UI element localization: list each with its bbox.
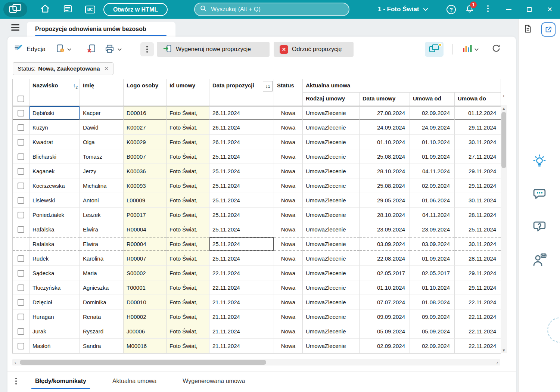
cell-data-propozycji[interactable]: 25.11.2024 (209, 237, 274, 251)
cell-umowa-do[interactable]: 29.11.2024 (455, 280, 501, 295)
cell-data-propozycji[interactable]: 26.11.2024 (209, 135, 274, 149)
header-logo-osoby[interactable]: Logo osoby (124, 79, 167, 106)
cell-id-umowy[interactable]: Foto Świat, (167, 193, 209, 208)
cell-status[interactable]: Nowa (274, 208, 303, 222)
cell-imie[interactable]: Ryszard (80, 324, 124, 339)
cell-logo[interactable]: K00027 (124, 120, 167, 135)
cell-imie[interactable]: Antoni (80, 193, 124, 208)
table-row[interactable]: KuzynDawidK00027Foto Świat,26.11.2024Now… (13, 120, 501, 135)
header-status[interactable]: Status (274, 79, 303, 106)
help-button[interactable]: ? (447, 5, 456, 14)
scroll-left-arrow[interactable]: ‹ (12, 359, 18, 365)
cell-status[interactable]: Nowa (274, 193, 303, 208)
row-checkbox[interactable] (18, 139, 24, 146)
cell-umowa-od[interactable]: 01.09.2024 (410, 149, 455, 164)
cell-umowa-do[interactable]: 22.11.2024 (455, 309, 501, 324)
cell-umowa-od[interactable]: 01.10.2024 (410, 135, 455, 149)
row-checkbox[interactable] (18, 328, 24, 335)
cell-nazwisko[interactable]: Tłuczyńska (29, 280, 80, 295)
scroll-up-arrow[interactable]: ▲ (501, 105, 507, 111)
header-data-propozycji[interactable]: Data propozycji ↓1 (209, 79, 274, 106)
table-row[interactable]: KaganekJerzyK00036Foto Świat,25.11.2024N… (13, 164, 501, 178)
cell-imie[interactable]: Olga (80, 135, 124, 149)
vertical-scroll-thumb[interactable] (501, 112, 506, 168)
cell-umowa-od[interactable]: 02.09.2024 (410, 339, 455, 353)
minimize-button[interactable] (498, 0, 519, 19)
table-row[interactable]: BlicharskiTomaszB00007Foto Świat,25.11.2… (13, 149, 501, 164)
cell-umowa-od[interactable]: 04.11.2024 (410, 164, 455, 178)
cell-umowa-od[interactable]: 01.06.2024 (410, 193, 455, 208)
toolbar-more-button[interactable] (140, 42, 154, 56)
table-row[interactable]: KwadratOlgaK00029Foto Świat,26.11.2024No… (13, 135, 501, 149)
cell-rodzaj[interactable]: UmowaZlecenie (303, 295, 360, 309)
cell-imie[interactable]: Elwira (80, 222, 124, 237)
cell-umowa-do[interactable]: 22.11.2024 (455, 324, 501, 339)
cell-imie[interactable]: Jerzy (80, 164, 124, 178)
cell-id-umowy[interactable]: Foto Świat, (167, 339, 209, 353)
cell-umowa-do[interactable]: 29.11.2024 (455, 164, 501, 178)
cell-rodzaj[interactable]: UmowaZlecenie (303, 266, 360, 280)
open-in-html-button[interactable]: Otwórz w HTML (103, 3, 168, 16)
header-aktualna-umowa[interactable]: Aktualna umowa (303, 79, 501, 93)
row-select-cell[interactable] (13, 324, 29, 339)
row-select-cell[interactable] (13, 106, 29, 120)
row-checkbox[interactable] (18, 197, 24, 204)
cell-data-umowy[interactable]: 25.08.2024 (360, 178, 410, 193)
cell-rodzaj[interactable]: UmowaZlecenie (303, 135, 360, 149)
bottom-tab-2[interactable]: Wygenerowana umowa (172, 371, 255, 391)
row-checkbox[interactable] (18, 314, 24, 320)
cell-nazwisko[interactable]: Dębiński (29, 106, 80, 120)
cell-rodzaj[interactable]: UmowaZlecenie (303, 106, 360, 120)
cell-imie[interactable]: Agnieszka (80, 280, 124, 295)
table-row[interactable]: JurakRyszardJ00006Foto Świat,21.11.2024N… (13, 324, 501, 339)
cell-umowa-do[interactable]: 01.12.2024 (455, 106, 501, 120)
table-row[interactable]: PoniedziałekLeszekP00017Foto Świat,25.11… (13, 208, 501, 222)
search-input[interactable] (211, 6, 344, 13)
cell-umowa-do[interactable]: 22.11.2024 (455, 339, 501, 353)
cell-rodzaj[interactable]: UmowaZlecenie (303, 193, 360, 208)
cell-umowa-do[interactable]: 30.11.2024 (455, 193, 501, 208)
cell-data-propozycji[interactable]: 25.11.2024 (209, 251, 274, 266)
table-row[interactable]: LisiewskiAntoniL00009Foto Świat,25.11.20… (13, 193, 501, 208)
close-button[interactable]: ✕ (539, 0, 560, 19)
generate-proposals-button[interactable]: Wygeneruj nowe propozycje (157, 42, 270, 57)
collapse-columns-chevron[interactable]: ‹ (500, 90, 507, 101)
table-row[interactable]: TłuczyńskaAgnieszkaT00001Foto Świat,22.1… (13, 280, 501, 295)
row-select-cell[interactable] (13, 193, 29, 208)
cell-logo[interactable]: M00016 (124, 339, 167, 353)
cell-nazwisko[interactable]: Kociszewska (29, 178, 80, 193)
cell-data-umowy[interactable]: 27.08.2024 (360, 106, 410, 120)
row-select-cell[interactable] (13, 178, 29, 193)
row-select-cell[interactable] (13, 237, 29, 251)
cell-data-propozycji[interactable]: 26.11.2024 (209, 106, 274, 120)
row-select-cell[interactable] (13, 251, 29, 266)
cell-data-umowy[interactable]: 22.08.2024 (360, 251, 410, 266)
analysis-chart-button[interactable] (462, 40, 479, 58)
cell-imie[interactable]: Kacper (80, 106, 124, 120)
cell-umowa-od[interactable]: 05.09.2024 (410, 324, 455, 339)
cell-status[interactable]: Nowa (274, 149, 303, 164)
cell-data-umowy[interactable]: 05.09.2024 (360, 324, 410, 339)
cell-data-umowy[interactable]: 24.09.2024 (360, 120, 410, 135)
cell-data-umowy[interactable]: 23.09.2024 (360, 222, 410, 237)
row-checkbox[interactable] (18, 110, 24, 116)
cell-umowa-do[interactable]: 29.11.2024 (455, 178, 501, 193)
cell-umowa-od[interactable]: 09.09.2024 (410, 309, 455, 324)
cell-data-propozycji[interactable]: 25.11.2024 (209, 149, 274, 164)
cell-umowa-od[interactable]: 23.09.2024 (410, 222, 455, 237)
table-row[interactable]: MasłońSandraM00016Foto Świat,21.11.2024N… (13, 339, 501, 353)
cell-logo[interactable]: J00006 (124, 324, 167, 339)
cell-data-propozycji[interactable]: 22.11.2024 (209, 280, 274, 295)
cell-umowa-od[interactable]: 01.10.2024 (410, 280, 455, 295)
table-row[interactable]: KociszewskaMichalinaK00093Foto Świat,25.… (13, 178, 501, 193)
cell-umowa-do[interactable]: 22.11.2024 (455, 295, 501, 309)
cell-umowa-do[interactable]: 29.11.2024 (455, 120, 501, 135)
scroll-down-arrow[interactable]: ▼ (501, 347, 507, 353)
row-checkbox[interactable] (18, 183, 24, 189)
row-select-cell[interactable] (13, 309, 29, 324)
status-filter-chip[interactable]: Status: Nowa, Zaakceptowana ✕ (13, 62, 113, 75)
cell-status[interactable]: Nowa (274, 251, 303, 266)
cell-umowa-do[interactable]: 25.11.2024 (455, 222, 501, 237)
header-nazwisko[interactable]: Nazwisko ↑2 (29, 79, 80, 106)
more-options-button[interactable] (485, 5, 491, 12)
